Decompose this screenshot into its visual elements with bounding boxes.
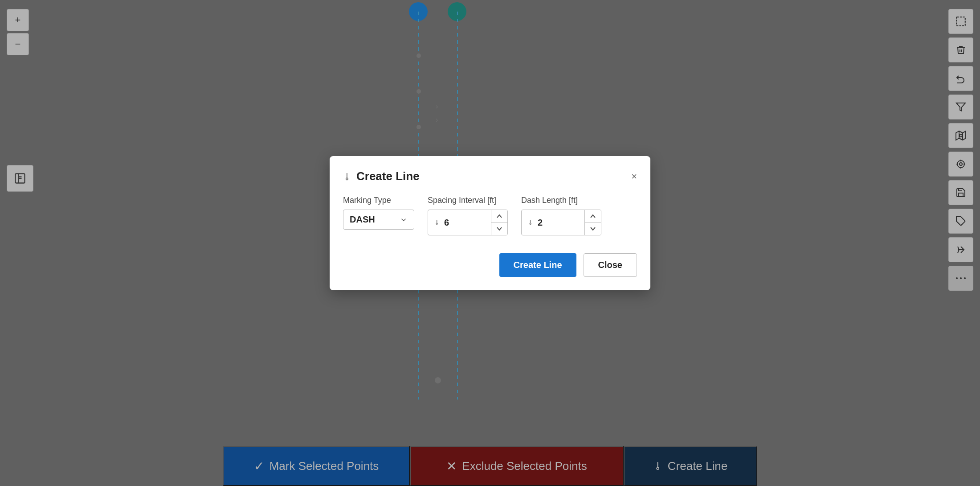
create-line-dialog: ⊸ Create Line × Marking Type DASH Spacin… — [330, 156, 650, 290]
dialog-header: ⊸ Create Line × — [343, 169, 637, 183]
dash-length-label: Dash Length [ft] — [521, 196, 601, 205]
dash-length-input-group: ⊸ 2 — [521, 210, 601, 235]
dialog-footer: Create Line Close — [343, 253, 637, 277]
dash-length-input: ⊸ 2 — [522, 213, 584, 232]
marking-type-label: Marking Type — [343, 196, 414, 205]
spacing-interval-up-button[interactable] — [491, 210, 507, 222]
dialog-close-button[interactable]: Close — [584, 253, 637, 277]
spacing-interval-arrows — [491, 210, 507, 235]
dialog-close-x-button[interactable]: × — [631, 172, 637, 181]
spacing-link-icon: ⊸ — [433, 220, 441, 225]
dialog-title: Create Line — [356, 169, 420, 183]
marking-type-select[interactable]: DASH — [343, 210, 414, 230]
dialog-title-row: ⊸ Create Line — [343, 169, 420, 183]
dash-length-arrows — [584, 210, 601, 235]
spacing-interval-input: ⊸ 6 — [428, 213, 491, 232]
spacing-interval-label: Spacing Interval [ft] — [428, 196, 508, 205]
spacing-interval-down-button[interactable] — [491, 222, 507, 235]
marking-type-value: DASH — [350, 214, 375, 225]
spacing-interval-field: Spacing Interval [ft] ⊸ 6 — [428, 196, 508, 235]
dialog-body: Marking Type DASH Spacing Interval [ft] … — [343, 196, 637, 235]
dash-link-icon: ⊸ — [527, 220, 534, 225]
spacing-interval-value: 6 — [444, 218, 449, 228]
marking-type-field: Marking Type DASH — [343, 196, 414, 230]
dash-length-value: 2 — [538, 218, 543, 228]
dash-length-up-button[interactable] — [585, 210, 601, 222]
dialog-link-icon: ⊸ — [341, 173, 353, 181]
spacing-interval-input-group: ⊸ 6 — [428, 210, 508, 235]
create-line-button[interactable]: Create Line — [499, 253, 576, 277]
dash-length-field: Dash Length [ft] ⊸ 2 — [521, 196, 601, 235]
modal-overlay: ⊸ Create Line × Marking Type DASH Spacin… — [0, 0, 980, 486]
dash-length-down-button[interactable] — [585, 222, 601, 235]
